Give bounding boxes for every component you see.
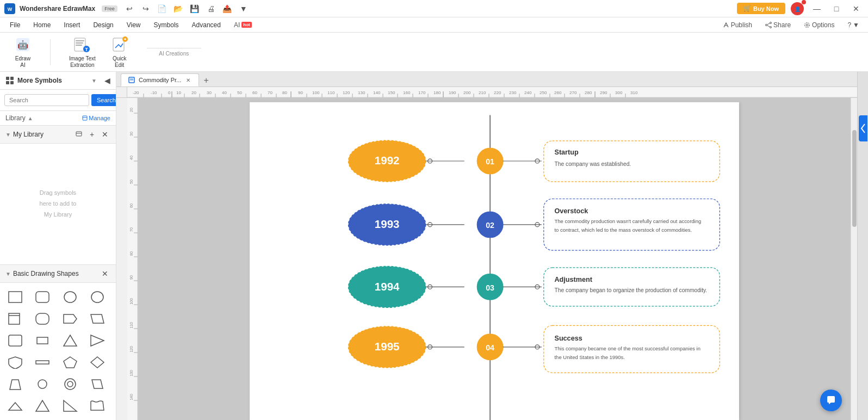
svg-text:110: 110 bbox=[129, 322, 133, 329]
edraw-ai-tool[interactable]: 🤖 EdrawAI bbox=[9, 33, 37, 72]
canvas-area[interactable]: 1992 01 Startup bbox=[138, 98, 851, 420]
symbols-dropdown[interactable]: ▼ bbox=[91, 78, 97, 84]
my-library-actions: + ✕ bbox=[73, 129, 110, 140]
tab-bar: Commodity Pr... ✕ + bbox=[116, 72, 857, 87]
help-action[interactable]: ? ▼ bbox=[843, 20, 864, 30]
add-tab-button[interactable]: + bbox=[200, 75, 212, 87]
basic-shapes-text: Basic Drawing Shapes bbox=[13, 270, 79, 277]
close-button[interactable]: ✕ bbox=[848, 3, 864, 15]
svg-rect-22 bbox=[10, 77, 14, 80]
search-button[interactable]: Search bbox=[91, 94, 116, 106]
svg-rect-33 bbox=[9, 313, 20, 324]
shape-wave-rect[interactable] bbox=[86, 396, 108, 416]
shape-ring[interactable] bbox=[59, 374, 81, 394]
svg-text:230: 230 bbox=[509, 90, 517, 95]
shape-thin-rect[interactable] bbox=[32, 353, 53, 372]
menu-design[interactable]: Design bbox=[88, 20, 119, 30]
scrollbar-thumb[interactable] bbox=[852, 130, 857, 227]
menu-home[interactable]: Home bbox=[28, 20, 56, 30]
shape-diamond[interactable] bbox=[86, 353, 108, 372]
menu-symbols[interactable]: Symbols bbox=[148, 20, 184, 30]
save-button[interactable]: 💾 bbox=[187, 3, 202, 15]
my-library-add[interactable]: + bbox=[86, 129, 97, 140]
svg-point-32 bbox=[91, 292, 103, 302]
shape-parallelogram[interactable] bbox=[86, 309, 108, 329]
maximize-button[interactable]: □ bbox=[829, 3, 844, 15]
open-button[interactable]: 📂 bbox=[171, 3, 186, 15]
basic-shapes-close[interactable]: ✕ bbox=[100, 268, 110, 279]
new-button[interactable]: 📄 bbox=[154, 3, 170, 15]
my-library-drop-zone: Drag symbolshere to add toMy Library bbox=[0, 144, 116, 265]
chat-support-button[interactable] bbox=[820, 390, 842, 411]
svg-text:260: 260 bbox=[554, 90, 562, 95]
shape-circle-large[interactable] bbox=[86, 287, 108, 307]
menu-ai[interactable]: AI hot bbox=[228, 20, 257, 30]
menu-file[interactable]: File bbox=[4, 20, 26, 30]
publish-icon bbox=[723, 22, 729, 28]
shape-round-corners[interactable] bbox=[4, 331, 26, 350]
manage-icon bbox=[82, 115, 88, 121]
sidebar-collapse-btn[interactable]: ◀ bbox=[104, 76, 110, 85]
tab-commodity[interactable]: Commodity Pr... ✕ bbox=[121, 73, 199, 87]
shape-small-tri[interactable] bbox=[4, 374, 26, 394]
library-text: Library bbox=[5, 114, 26, 122]
ruler-corner bbox=[116, 87, 127, 98]
library-chevron[interactable]: ▲ bbox=[28, 115, 33, 121]
right-panel-toggle[interactable] bbox=[859, 115, 867, 141]
my-library-title: ▼ My Library bbox=[5, 131, 73, 138]
image-text-extraction-tool[interactable]: T Image TextExtraction bbox=[64, 33, 101, 72]
svg-text:01: 01 bbox=[486, 157, 494, 166]
shape-flat-tri[interactable] bbox=[4, 396, 26, 416]
shape-rounded-rect2[interactable] bbox=[32, 309, 53, 329]
chat-icon bbox=[826, 395, 836, 406]
shape-shield[interactable] bbox=[4, 353, 26, 372]
search-input[interactable] bbox=[4, 94, 89, 106]
shape-triangle-right[interactable] bbox=[86, 331, 108, 350]
shape-small-rect[interactable] bbox=[32, 331, 53, 350]
my-library-chevron[interactable]: ▼ bbox=[5, 132, 11, 138]
avatar-container[interactable]: 👤 bbox=[790, 1, 805, 16]
svg-text:120: 120 bbox=[129, 346, 133, 353]
notification-dot bbox=[802, 0, 806, 4]
menu-advanced[interactable]: Advanced bbox=[187, 20, 226, 30]
shape-note[interactable] bbox=[4, 309, 26, 329]
share-action[interactable]: Share bbox=[761, 20, 795, 30]
print-button[interactable]: 🖨 bbox=[203, 3, 219, 15]
shape-triangle-up[interactable] bbox=[59, 331, 81, 350]
redo-button[interactable]: ↪ bbox=[138, 3, 153, 15]
shape-pentagon[interactable] bbox=[59, 353, 81, 372]
minimize-button[interactable]: — bbox=[809, 3, 824, 15]
menu-right-actions: Publish Share Options ? ▼ bbox=[718, 20, 864, 30]
publish-action[interactable]: Publish bbox=[718, 20, 757, 30]
shape-outline-tri[interactable] bbox=[32, 396, 53, 416]
undo-button[interactable]: ↩ bbox=[122, 3, 137, 15]
svg-text:T: T bbox=[85, 47, 89, 52]
options-action[interactable]: Options bbox=[799, 20, 839, 30]
buy-now-button[interactable]: 🛒 Buy Now bbox=[737, 3, 785, 14]
shape-parallelogram2[interactable] bbox=[86, 374, 108, 394]
my-library-close[interactable]: ✕ bbox=[100, 129, 110, 140]
shape-small-circle[interactable] bbox=[32, 374, 53, 394]
shape-circle-outline[interactable] bbox=[59, 287, 81, 307]
svg-text:1994: 1994 bbox=[375, 280, 400, 293]
svg-marker-39 bbox=[64, 335, 77, 346]
basic-shapes-chevron[interactable]: ▼ bbox=[5, 271, 11, 277]
shape-square[interactable] bbox=[4, 287, 26, 307]
vertical-scrollbar[interactable] bbox=[851, 98, 857, 420]
h-ruler-svg: -20 -10 0 10 20 30 40 50 60 70 80 90 bbox=[127, 87, 857, 98]
ai-label: AI bbox=[234, 21, 240, 29]
svg-text:the United States in the 1990s: the United States in the 1990s. bbox=[555, 354, 625, 360]
export-button[interactable]: 📤 bbox=[220, 3, 235, 15]
chevron-left-icon bbox=[860, 123, 866, 134]
tab-close-btn[interactable]: ✕ bbox=[184, 76, 192, 84]
shape-rounded-rect[interactable] bbox=[32, 287, 53, 307]
more-button[interactable]: ▼ bbox=[236, 3, 251, 15]
menu-view[interactable]: View bbox=[121, 20, 146, 30]
quick-edit-tool[interactable]: QuickEdit bbox=[106, 33, 134, 72]
svg-text:1995: 1995 bbox=[375, 340, 400, 353]
my-library-export[interactable] bbox=[73, 129, 84, 140]
menu-insert[interactable]: Insert bbox=[58, 20, 85, 30]
shape-right-tri[interactable] bbox=[59, 396, 81, 416]
manage-link[interactable]: Manage bbox=[82, 115, 110, 121]
shape-tag[interactable] bbox=[59, 309, 81, 329]
